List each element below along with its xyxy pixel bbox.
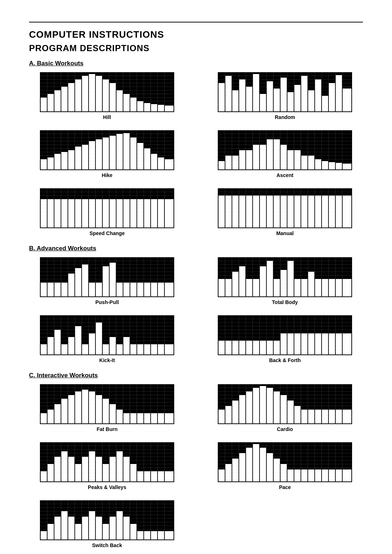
svg-rect-458	[322, 333, 328, 354]
svg-rect-203	[41, 199, 47, 227]
svg-rect-596	[103, 464, 109, 481]
push-pull-chart	[40, 257, 174, 297]
svg-rect-265	[315, 196, 321, 227]
svg-rect-412	[158, 344, 164, 354]
svg-rect-404	[103, 344, 109, 354]
svg-rect-269	[343, 196, 351, 227]
svg-rect-401	[82, 344, 88, 354]
cardio-label: Cardio	[277, 426, 293, 432]
svg-rect-601	[137, 471, 143, 481]
svg-rect-400	[75, 326, 81, 354]
svg-rect-453	[287, 333, 294, 354]
svg-rect-77	[343, 89, 351, 111]
svg-rect-551	[301, 410, 307, 423]
svg-rect-694	[117, 511, 123, 539]
svg-rect-642	[267, 453, 273, 481]
svg-rect-357	[287, 261, 294, 296]
svg-rect-25	[137, 101, 143, 111]
svg-rect-28	[158, 105, 164, 111]
svg-rect-651	[329, 469, 335, 481]
svg-rect-406	[117, 344, 123, 354]
svg-rect-111	[68, 150, 74, 169]
svg-rect-539	[219, 410, 225, 423]
svg-rect-602	[144, 471, 150, 481]
workout-push-pull: Push-Pull	[29, 257, 185, 305]
svg-rect-212	[103, 199, 109, 227]
page-title: COMPUTER INSTRUCTIONS	[29, 29, 363, 40]
svg-rect-123	[151, 154, 157, 169]
svg-rect-695	[123, 517, 130, 539]
svg-rect-66	[267, 81, 273, 111]
svg-rect-638	[239, 453, 245, 481]
workout-back-forth: Back & Forth	[207, 315, 363, 363]
svg-rect-168	[308, 156, 314, 169]
svg-rect-305	[82, 264, 88, 296]
svg-rect-359	[301, 279, 307, 296]
svg-rect-27	[151, 104, 157, 111]
svg-rect-208	[75, 199, 81, 227]
svg-rect-449	[260, 341, 266, 354]
svg-rect-444	[225, 341, 232, 354]
svg-rect-505	[137, 413, 143, 423]
svg-rect-113	[82, 145, 88, 169]
svg-rect-356	[281, 270, 287, 296]
svg-rect-121	[137, 143, 143, 169]
svg-rect-351	[246, 279, 252, 296]
svg-rect-167	[301, 156, 307, 169]
switch-back-chart	[40, 500, 174, 540]
svg-rect-350	[239, 266, 245, 296]
svg-rect-455	[301, 333, 307, 354]
basic-workouts-grid: Hill	[29, 72, 363, 236]
svg-rect-266	[322, 196, 328, 227]
svg-rect-116	[103, 138, 109, 169]
svg-rect-604	[158, 471, 164, 481]
peaks-valleys-label: Peaks & Valleys	[88, 484, 126, 490]
random-label: Random	[275, 114, 295, 120]
svg-rect-257	[260, 196, 266, 227]
svg-rect-699	[151, 531, 157, 539]
svg-rect-124	[158, 157, 164, 169]
svg-rect-457	[315, 333, 321, 354]
hike-label: Hike	[102, 172, 113, 178]
workout-hike: Hike	[29, 130, 185, 178]
workout-kick-it: Kick-It	[29, 315, 185, 363]
svg-rect-65	[260, 94, 266, 111]
svg-rect-405	[110, 337, 116, 354]
svg-rect-459	[329, 333, 335, 354]
svg-rect-216	[130, 199, 136, 227]
workout-ascent: Ascent	[207, 130, 363, 178]
svg-rect-686	[61, 511, 68, 539]
svg-rect-498	[89, 391, 95, 423]
svg-rect-210	[89, 199, 95, 227]
svg-rect-310	[117, 283, 123, 296]
svg-rect-495	[68, 395, 74, 423]
svg-rect-646	[294, 469, 301, 481]
svg-rect-120	[130, 138, 136, 169]
svg-rect-639	[246, 448, 252, 481]
svg-rect-554	[322, 410, 328, 423]
svg-rect-555	[329, 410, 335, 423]
svg-rect-268	[336, 196, 342, 227]
svg-rect-550	[294, 406, 301, 423]
svg-rect-311	[123, 283, 130, 296]
svg-rect-169	[315, 159, 321, 169]
random-chart	[218, 72, 352, 112]
svg-rect-689	[82, 517, 88, 539]
svg-rect-261	[287, 196, 294, 227]
svg-rect-119	[123, 133, 130, 169]
top-rule	[29, 22, 363, 22]
workout-pace: Pace	[207, 442, 363, 490]
svg-rect-460	[336, 333, 342, 354]
page-subtitle: PROGRAM DESCRIPTIONS	[29, 43, 363, 53]
svg-rect-684	[48, 524, 54, 539]
advanced-workouts-section: B. Advanced Workouts	[29, 245, 363, 363]
svg-rect-207	[68, 199, 74, 227]
svg-rect-693	[110, 517, 116, 539]
svg-rect-252	[225, 196, 232, 227]
svg-rect-215	[123, 199, 130, 227]
svg-rect-107	[41, 159, 47, 169]
svg-rect-11	[41, 98, 47, 111]
svg-rect-685	[54, 517, 61, 539]
svg-rect-700	[158, 531, 164, 539]
basic-workouts-section: A. Basic Workouts	[29, 60, 363, 236]
